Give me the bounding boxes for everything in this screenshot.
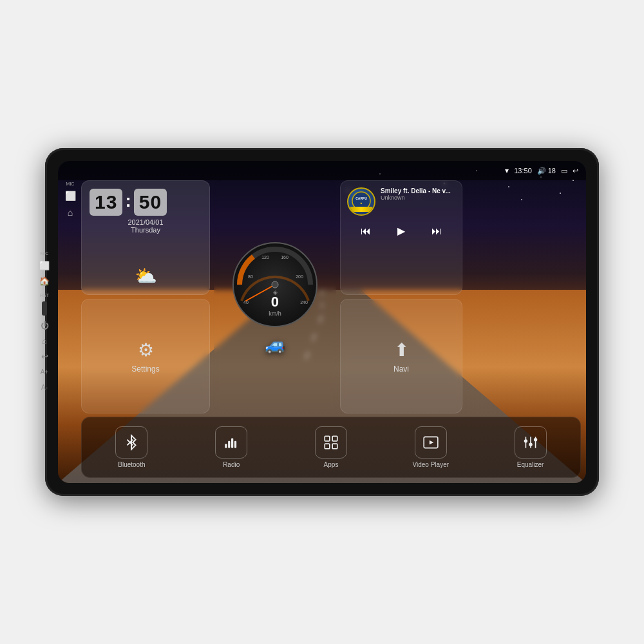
clock-day: Thursday <box>90 226 202 234</box>
clock-date: 2021/04/01 <box>90 218 202 226</box>
svg-marker-38 <box>430 440 434 445</box>
equalizer-icon <box>522 434 539 451</box>
volume-status: 🔊 18 <box>537 167 556 175</box>
bottom-bar: Bluetooth Radio <box>81 417 581 478</box>
clock-minutes: 50 <box>134 189 167 216</box>
svg-text:200: 200 <box>296 274 303 279</box>
video-player-button[interactable]: Video Player <box>381 426 480 468</box>
svg-point-22 <box>272 281 278 288</box>
side-buttons: MIC ⬜ 🏠 RST ⏻ ⌂ ↩ A+ A- <box>39 251 50 393</box>
music-info-area: CARFU ★ Smiley ft. Delia - Ne v... Unkno… <box>347 187 455 216</box>
vol-down-icon[interactable]: A- <box>39 381 50 393</box>
back-icon[interactable]: ↩ <box>39 350 50 362</box>
music-logo: CARFU ★ <box>347 187 375 216</box>
prev-track-button[interactable]: ⏮ <box>355 223 376 240</box>
bluetooth-button[interactable]: Bluetooth <box>82 426 182 468</box>
svg-point-42 <box>529 443 532 446</box>
svg-rect-30 <box>228 441 230 448</box>
svg-point-40 <box>524 439 527 442</box>
wifi-status: ▾ <box>505 166 509 175</box>
apps-label: Apps <box>324 461 339 468</box>
content-area: 13 : 50 2021/04/01 Thursday ⛅ <box>81 180 581 413</box>
radio-icon <box>223 434 240 451</box>
equalizer-label: Equalizer <box>517 461 544 468</box>
battery-status: ▭ <box>561 167 567 175</box>
weather-icon: ⛅ <box>90 265 202 287</box>
speedometer-card[interactable]: 40 80 120 160 200 240 <box>214 180 336 413</box>
music-title: Smiley ft. Delia - Ne v... <box>381 187 455 194</box>
speed-number: 0 <box>271 294 279 310</box>
svg-rect-29 <box>225 444 227 448</box>
screen-home-rect-icon[interactable]: ⬜ <box>63 189 77 203</box>
equalizer-button[interactable]: Equalizer <box>480 426 580 468</box>
screen-home-icon[interactable]: ⌂ <box>63 205 77 220</box>
volume-icon: 🔊 <box>537 167 546 175</box>
radio-button[interactable]: Radio <box>182 426 281 468</box>
apps-icon-wrap <box>315 426 347 459</box>
music-controls: ⏮ ▶ ⏭ <box>347 222 455 240</box>
car-icon: 🚙 <box>265 335 285 355</box>
settings-icon: ⚙ <box>138 339 154 361</box>
bluetooth-icon <box>123 434 140 451</box>
svg-text:80: 80 <box>248 274 253 279</box>
rst-button[interactable] <box>42 301 47 316</box>
bluetooth-icon-wrap <box>115 426 147 459</box>
clock-hours: 13 <box>90 189 122 216</box>
speed-unit: km/h <box>269 310 281 317</box>
battery-icon: ▭ <box>561 167 567 175</box>
svg-rect-36 <box>332 444 337 449</box>
next-track-button[interactable]: ⏭ <box>426 223 447 240</box>
speedometer-gauge: 40 80 120 160 200 240 <box>230 240 320 330</box>
bluetooth-label: Bluetooth <box>118 461 145 468</box>
vol-up-icon[interactable]: A+ <box>39 366 50 377</box>
time-display: 13:50 <box>514 167 532 175</box>
video-icon-wrap <box>415 426 447 459</box>
mic-label: MIC <box>41 251 49 256</box>
svg-rect-35 <box>325 444 330 449</box>
screen-mic-label: MIC <box>66 182 75 186</box>
screen-left-icons: MIC ⬜ ⌂ <box>63 182 77 220</box>
equalizer-icon-wrap <box>515 426 547 459</box>
back-status[interactable]: ↩ <box>573 167 578 175</box>
clock-display: 13 : 50 <box>90 189 202 216</box>
svg-text:CARFU: CARFU <box>355 196 367 200</box>
music-ribbon <box>350 207 373 212</box>
svg-point-44 <box>533 438 536 441</box>
svg-rect-32 <box>234 441 236 448</box>
back-nav-icon[interactable]: ↩ <box>573 167 578 175</box>
music-details: Smiley ft. Delia - Ne v... Unknown <box>381 187 455 201</box>
svg-rect-33 <box>325 436 330 441</box>
apps-icon <box>323 434 339 451</box>
music-artist: Unknown <box>381 194 455 201</box>
screen: ▾ 13:50 🔊 18 ▭ ↩ MIC ⬜ ⌂ <box>58 161 586 483</box>
settings-card[interactable]: ⚙ Settings <box>81 299 210 413</box>
speed-value-display: 0 km/h <box>269 294 281 317</box>
car-head-unit: MIC ⬜ 🏠 RST ⏻ ⌂ ↩ A+ A- <box>45 148 599 496</box>
play-pause-button[interactable]: ▶ <box>392 222 410 240</box>
svg-text:★: ★ <box>360 202 363 205</box>
navi-icon: ⬆ <box>394 339 409 361</box>
settings-label: Settings <box>131 365 159 374</box>
svg-rect-31 <box>231 439 233 448</box>
svg-text:240: 240 <box>300 300 308 305</box>
wifi-icon: ▾ <box>505 166 509 175</box>
radio-label: Radio <box>223 461 240 468</box>
music-card[interactable]: CARFU ★ Smiley ft. Delia - Ne v... Unkno… <box>340 180 462 295</box>
home-screen-icon[interactable]: ⬜ <box>39 260 50 271</box>
video-label: Video Player <box>413 461 450 468</box>
home2-icon[interactable]: ⌂ <box>39 335 50 346</box>
svg-text:120: 120 <box>261 255 269 260</box>
power-icon[interactable]: ⏻ <box>39 319 50 331</box>
clock-card[interactable]: 13 : 50 2021/04/01 Thursday ⛅ <box>81 180 210 295</box>
apps-button[interactable]: Apps <box>281 426 381 468</box>
status-bar: ▾ 13:50 🔊 18 ▭ ↩ <box>58 161 586 180</box>
video-icon <box>422 434 439 451</box>
radio-icon-wrap <box>215 426 247 459</box>
home-icon[interactable]: 🏠 <box>39 275 50 287</box>
rst-label: RST <box>40 293 49 298</box>
navi-label: Navi <box>393 365 409 374</box>
svg-rect-34 <box>332 436 337 441</box>
clock-colon: : <box>125 191 131 211</box>
navi-card[interactable]: ⬆ Navi <box>340 299 462 413</box>
svg-text:160: 160 <box>281 255 289 260</box>
